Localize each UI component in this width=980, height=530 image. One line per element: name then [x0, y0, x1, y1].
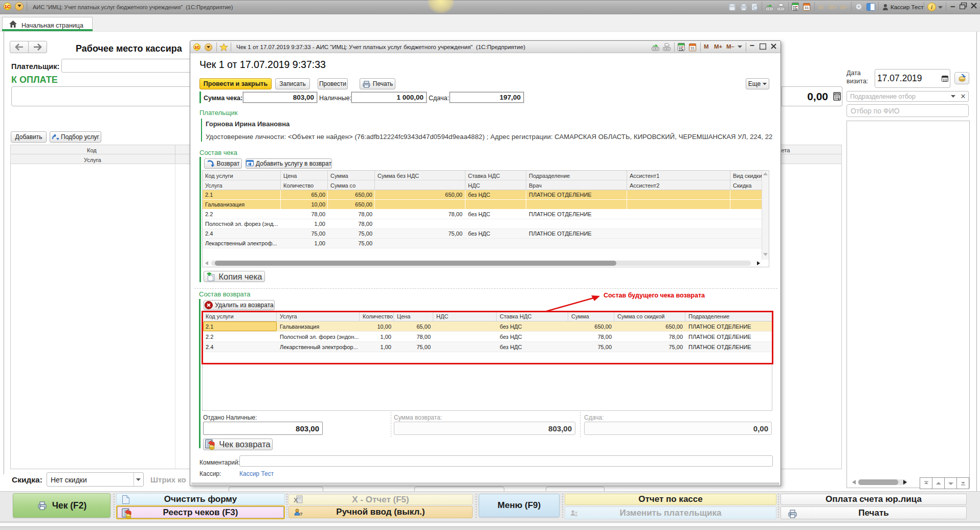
svg-text:31: 31 [691, 46, 695, 51]
svg-text:31: 31 [805, 6, 809, 10]
svg-text:X: X [294, 496, 298, 504]
svg-text:?: ? [300, 512, 303, 517]
